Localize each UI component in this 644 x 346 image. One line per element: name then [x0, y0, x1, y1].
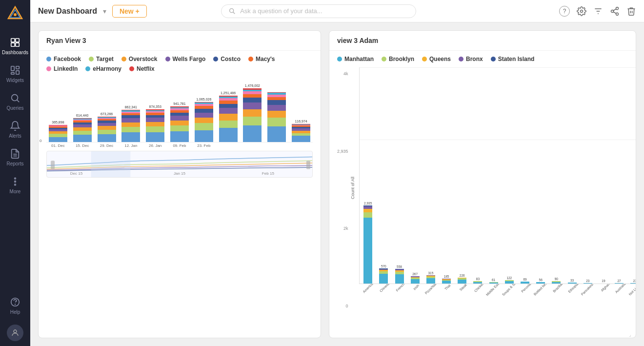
- bar-segment-7-0: [219, 128, 238, 142]
- bar-segment-8-4: [243, 98, 262, 102]
- right-bar-col-14[interactable]: 23: [580, 279, 595, 284]
- right-bar-val-0: 2,935: [364, 202, 372, 205]
- grid-line-top: [360, 67, 636, 140]
- right-seg-5-0: [442, 281, 451, 284]
- bar-group-3[interactable]: 862,341: [119, 105, 142, 142]
- bar-group-2[interactable]: 673,266: [95, 112, 119, 142]
- right-bar-col-4[interactable]: 315: [423, 271, 438, 284]
- right-bar-col-17[interactable]: 21: [627, 279, 636, 284]
- y-tick-4k: 4k: [343, 71, 348, 76]
- bar-group-6[interactable]: 1,065,026: [192, 98, 216, 142]
- share-icon[interactable]: [610, 6, 620, 16]
- help-button[interactable]: Help: [7, 292, 23, 320]
- x-label-4: 26. Jan: [143, 143, 167, 148]
- help-icon[interactable]: ?: [559, 6, 570, 17]
- filter-icon[interactable]: [593, 6, 603, 16]
- svg-point-11: [12, 95, 18, 101]
- right-bar-val-13: 33: [570, 279, 574, 282]
- legend-dot-staten-island: [491, 57, 496, 61]
- sparkline-svg: Dec 15 Jan 15 Feb 15: [47, 151, 312, 177]
- bar-top-label-10: 116,974: [295, 120, 307, 123]
- right-bar-col-13[interactable]: 33: [564, 279, 580, 284]
- bar-group-8[interactable]: 1,476,002: [241, 84, 264, 142]
- right-bar-col-12[interactable]: 90: [549, 277, 564, 284]
- sidebar: Dashboards Widgets Queries Alerts Report…: [0, 0, 30, 346]
- right-panel-body: Manhattan Brooklyn Queens Bronx: [329, 51, 636, 338]
- dashboard-content: Ryan View 3 Facebook Target Overstock: [30, 22, 644, 346]
- right-x-label-3: Irish: [407, 284, 423, 308]
- bar-group-0[interactable]: 365,898: [46, 121, 70, 142]
- grid-line-mid: [360, 140, 636, 212]
- right-seg-3-0: [411, 279, 420, 284]
- svg-rect-6: [16, 43, 19, 46]
- right-bar-val-16: 27: [618, 279, 621, 283]
- right-bar-col-15[interactable]: 19: [596, 279, 611, 284]
- legend-dot-facebook: [46, 57, 51, 61]
- bar-segment-8-1: [243, 117, 262, 125]
- bar-group-4[interactable]: 874,353: [143, 105, 167, 142]
- sidebar-item-queries[interactable]: Queries: [0, 88, 30, 116]
- right-bar-col-3[interactable]: 267: [407, 272, 423, 284]
- x-label-2: 29. Dec: [95, 143, 119, 148]
- legend-dot-queens: [422, 57, 427, 61]
- legend-label-macys: Macy's: [256, 56, 275, 62]
- bar-top-label-6: 1,065,026: [196, 98, 211, 101]
- bar-segment-1-0: [73, 135, 92, 142]
- dashboard-title: New Dashboard: [38, 7, 97, 16]
- bar-segment-9-4: [267, 100, 286, 104]
- bar-top-label-1: 614,440: [76, 114, 88, 117]
- right-seg-17-0: [630, 283, 636, 284]
- legend-dot-target: [89, 57, 94, 61]
- x-label-7: [217, 143, 240, 148]
- bar-segment-3-0: [121, 132, 140, 142]
- right-bar-col-10[interactable]: 69: [517, 278, 532, 284]
- right-bar-col-11[interactable]: 56: [533, 278, 548, 284]
- svg-point-21: [230, 8, 234, 12]
- bar-group-1[interactable]: 614,440: [71, 114, 94, 142]
- right-bar-col-7[interactable]: 83: [470, 277, 485, 284]
- right-x-label-10: Peruvian: [518, 284, 533, 308]
- bar-segment-8-2: [243, 109, 262, 117]
- bar-segment-5-2: [170, 121, 189, 125]
- right-bar-val-1: 570: [381, 265, 386, 268]
- right-bar-col-9[interactable]: 122: [502, 276, 517, 284]
- new-button[interactable]: New +: [112, 5, 147, 18]
- bar-group-7[interactable]: 1,251,486: [217, 91, 240, 142]
- right-bar-col-6[interactable]: 226: [455, 274, 470, 284]
- right-bar-col-16[interactable]: 27: [612, 279, 627, 284]
- legend-label-bronx: Bronx: [466, 56, 483, 62]
- bar-segment-5-0: [170, 131, 189, 142]
- sidebar-item-more[interactable]: More: [0, 171, 30, 199]
- right-bar-col-5[interactable]: 185: [439, 275, 454, 284]
- svg-point-16: [15, 181, 16, 183]
- resize-handle[interactable]: ⌟: [629, 332, 634, 337]
- bar-group-9[interactable]: [265, 91, 288, 142]
- sidebar-item-alerts[interactable]: Alerts: [0, 116, 30, 143]
- grid-overlay: [360, 67, 636, 284]
- right-bar-val-12: 90: [555, 277, 558, 281]
- x-label-9: [265, 143, 288, 148]
- sidebar-item-dashboards[interactable]: Dashboards: [0, 32, 30, 60]
- title-chevron[interactable]: ▾: [103, 7, 106, 15]
- right-bar-val-3: 267: [412, 272, 418, 276]
- right-bar-col-2[interactable]: 558: [392, 265, 407, 284]
- right-bar-col-0[interactable]: 2,935: [361, 202, 376, 284]
- delete-icon[interactable]: [626, 6, 636, 16]
- svg-rect-7: [11, 66, 14, 71]
- right-bar-col-1[interactable]: 570: [376, 265, 391, 284]
- right-seg-11-0: [536, 282, 545, 284]
- sidebar-item-reports[interactable]: Reports: [0, 143, 30, 171]
- legend-label-queens: Queens: [429, 56, 451, 62]
- svg-rect-31: [91, 151, 131, 177]
- sidebar-item-widgets[interactable]: Widgets: [0, 60, 30, 88]
- bar-segment-8-3: [243, 102, 262, 109]
- bar-group-10[interactable]: 116,974: [289, 120, 313, 142]
- settings-icon[interactable]: [577, 6, 586, 16]
- svg-line-12: [17, 100, 19, 102]
- user-avatar[interactable]: [7, 325, 23, 341]
- bar-group-5[interactable]: 941,781: [168, 102, 191, 142]
- left-panel-title: Ryan View 3: [39, 31, 321, 51]
- left-legend: Facebook Target Overstock Wells Fargo: [46, 56, 313, 72]
- search-bar[interactable]: Ask a question of your data...: [221, 4, 416, 18]
- right-bar-col-8[interactable]: 61: [486, 278, 501, 284]
